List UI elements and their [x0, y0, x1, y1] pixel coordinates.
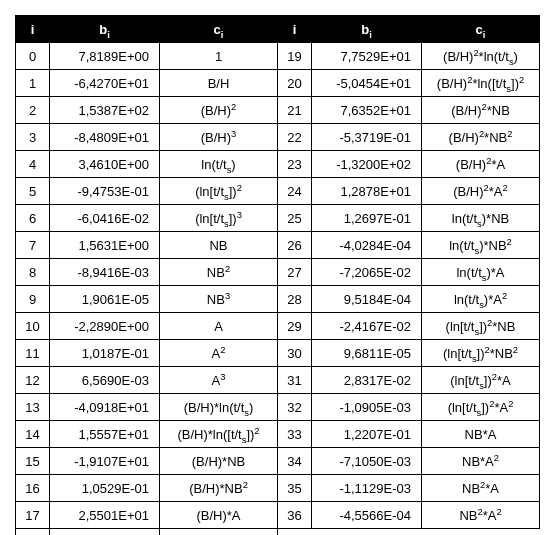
table-row: 07,8189E+001197,7529E+01(B/H)2*ln(t/ts) [16, 43, 540, 70]
cell-b: 1,5631E+00 [50, 232, 160, 259]
cell-b: 1,2878E+01 [312, 178, 422, 205]
cell-b: -2,1177E+00 [50, 529, 160, 536]
cell-b: 1,2697E-01 [312, 205, 422, 232]
cell-i: 20 [278, 70, 312, 97]
coefficient-table: i bi ci i bi ci 07,8189E+001197,7529E+01… [15, 15, 540, 535]
cell-b: -4,0918E+01 [50, 394, 160, 421]
cell-c: B/H [160, 70, 278, 97]
cell-i: 0 [16, 43, 50, 70]
cell-i: 4 [16, 151, 50, 178]
table-row: 43,4610E+00ln(t/ts)23-1,3200E+02(B/H)2*A [16, 151, 540, 178]
cell-i: 9 [16, 286, 50, 313]
cell-c: (B/H)2*NB [422, 97, 540, 124]
cell-c: (B/H)2*ln([t/ts])2 [422, 70, 540, 97]
table-row: 15-1,9107E+01(B/H)*NB34-7,1050E-03NB*A2 [16, 448, 540, 475]
cell-c: (ln[t/ts])2*A2 [422, 394, 540, 421]
cell-b: 3,4610E+00 [50, 151, 160, 178]
cell-c: (B/H)*ln([t/ts])2 [160, 421, 278, 448]
header-row: i bi ci i bi ci [16, 16, 540, 43]
cell-c: NB3 [160, 286, 278, 313]
col-bi: bi [50, 16, 160, 43]
cell-c: A2 [160, 340, 278, 367]
cell-i: 6 [16, 205, 50, 232]
cell-c: (B/H)2*A2 [422, 178, 540, 205]
data-table: i bi ci i bi ci 07,8189E+001197,7529E+01… [15, 15, 540, 535]
cell-b: -2,2890E+00 [50, 313, 160, 340]
cell-c: A [160, 313, 278, 340]
cell-c: (B/H)*A [160, 502, 278, 529]
cell-i: 31 [278, 367, 312, 394]
cell-i: 15 [16, 448, 50, 475]
cell-i: 28 [278, 286, 312, 313]
cell-i: 10 [16, 313, 50, 340]
cell-b: -2,4167E-02 [312, 313, 422, 340]
cell-i: 26 [278, 232, 312, 259]
cell-i: 30 [278, 340, 312, 367]
cell-b: -4,0284E-04 [312, 232, 422, 259]
table-row: 10-2,2890E+00A29-2,4167E-02(ln[t/ts])2*N… [16, 313, 540, 340]
cell-b: 7,6352E+01 [312, 97, 422, 124]
cell-c: (ln[t/ts])2*A [422, 367, 540, 394]
cell-b: -6,0416E-02 [50, 205, 160, 232]
cell-b: -5,0454E+01 [312, 70, 422, 97]
cell-b: -7,2065E-02 [312, 259, 422, 286]
table-row: 91,9061E-05NB3289,5184E-04ln(t/ts)*A2 [16, 286, 540, 313]
cell-i: 19 [278, 43, 312, 70]
cell-c: (B/H)2 [160, 97, 278, 124]
cell-i: 16 [16, 475, 50, 502]
cell-c: (B/H)2*ln(t/ts) [422, 43, 540, 70]
cell-i: 12 [16, 367, 50, 394]
cell-b: 2,5501E+01 [50, 502, 160, 529]
col-i: i [16, 16, 50, 43]
cell-c: A3 [160, 367, 278, 394]
cell-c: (B/H)*ln(t/ts) [160, 394, 278, 421]
cell-b: -7,1050E-03 [312, 448, 422, 475]
col-i: i [278, 16, 312, 43]
cell-i: 27 [278, 259, 312, 286]
cell-b: 1,5387E+02 [50, 97, 160, 124]
cell-b: -9,4753E-01 [50, 178, 160, 205]
table-row: 111,0187E-01A2309,6811E-05(ln[t/ts])2*NB… [16, 340, 540, 367]
col-bi: bi [312, 16, 422, 43]
cell-c: ln(t/ts)*NB [422, 205, 540, 232]
cell-b: 7,8189E+00 [50, 43, 160, 70]
table-row: 161,0529E-01(B/H)*NB235-1,1129E-03NB2*A [16, 475, 540, 502]
cell-i: 34 [278, 448, 312, 475]
cell-b: 6,5690E-03 [50, 367, 160, 394]
cell-i: 25 [278, 205, 312, 232]
table-row: 6-6,0416E-02(ln[t/ts])3251,2697E-01ln(t/… [16, 205, 540, 232]
cell-c: ln(t/ts)*A [422, 259, 540, 286]
table-row: 141,5557E+01(B/H)*ln([t/ts])2331,2207E-0… [16, 421, 540, 448]
table-row: 126,5690E-03A3312,8317E-02(ln[t/ts])2*A [16, 367, 540, 394]
cell-b: 9,6811E-05 [312, 340, 422, 367]
cell-b: -5,3719E-01 [312, 124, 422, 151]
cell-c: (ln[t/ts])2*NB2 [422, 340, 540, 367]
cell-i: 32 [278, 394, 312, 421]
cell-b: -1,1129E-03 [312, 475, 422, 502]
cell-b: 1,2207E-01 [312, 421, 422, 448]
cell-i: 2 [16, 97, 50, 124]
table-row: 71,5631E+00NB26-4,0284E-04ln(t/ts)*NB2 [16, 232, 540, 259]
cell-i: 33 [278, 421, 312, 448]
cell-i: 5 [16, 178, 50, 205]
cell-i: 1 [16, 70, 50, 97]
table-row: 1-6,4270E+01B/H20-5,0454E+01(B/H)2*ln([t… [16, 70, 540, 97]
cell-b: 1,0529E-01 [50, 475, 160, 502]
cell-i: 36 [278, 502, 312, 529]
cell-c: NB2*A2 [422, 502, 540, 529]
cell-c: (ln[t/ts])2 [160, 178, 278, 205]
cell-c: ln(t/ts) [160, 151, 278, 178]
cell-i: 21 [278, 97, 312, 124]
table-row: 172,5501E+01(B/H)*A36-4,5566E-04NB2*A2 [16, 502, 540, 529]
cell-b: 1,5557E+01 [50, 421, 160, 448]
cell-b: -8,9416E-03 [50, 259, 160, 286]
cell-c: ln(t/ts)*A2 [422, 286, 540, 313]
table-row: 3-8,4809E+01(B/H)322-5,3719E-01(B/H)2*NB… [16, 124, 540, 151]
cell-i: 24 [278, 178, 312, 205]
cell-c: ln(t/ts)*NB2 [422, 232, 540, 259]
cell-i: 23 [278, 151, 312, 178]
cell-c: (ln[t/ts])2*NB [422, 313, 540, 340]
cell-c: NB*A [422, 421, 540, 448]
cell-i: 22 [278, 124, 312, 151]
col-ci: ci [422, 16, 540, 43]
